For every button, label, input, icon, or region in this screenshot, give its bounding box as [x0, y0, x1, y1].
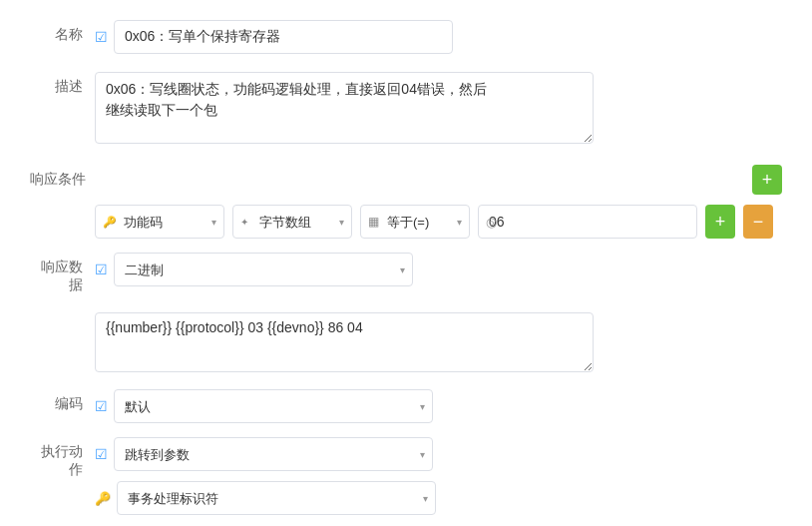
condition-row: 🔑 功能码 ▾ ✦ 字节数组 ▾ ▦ 等于(=) ▾ ◎ + — [95, 205, 782, 239]
response-data-select[interactable]: 二进制 — [114, 253, 413, 286]
encoding-select-wrapper: 默认 ▾ — [114, 389, 433, 423]
equals-select[interactable]: 等于(=) — [360, 205, 470, 239]
condition-remove-button[interactable]: − — [743, 205, 773, 239]
value-input[interactable] — [478, 205, 697, 239]
action-select[interactable]: 跳转到参数 — [114, 437, 433, 471]
condition-add-button[interactable]: + — [705, 205, 735, 239]
response-data-section: 响应数据 ☑ 二进制 ▾ {{number}} {{protocol}} 03 … — [30, 253, 782, 375]
byte-array-wrapper: ✦ 字节数组 ▾ — [232, 205, 352, 239]
response-data-prefix-icon: ☑ — [95, 262, 108, 277]
func-code-wrapper: 🔑 功能码 ▾ — [95, 205, 224, 239]
encoding-content: ☑ 默认 ▾ — [95, 389, 782, 423]
equals-wrapper: ▦ 等于(=) ▾ — [360, 205, 470, 239]
condition-add-top-button[interactable]: + — [752, 165, 782, 195]
condition-section: 响应条件 + 🔑 功能码 ▾ ✦ 字节数组 ▾ ▦ 等于(=) ▾ — [30, 165, 782, 239]
name-prefix-icon: ☑ — [95, 29, 108, 45]
condition-label: 响应条件 — [30, 171, 86, 189]
func-code-select[interactable]: 功能码 — [95, 205, 224, 239]
action-prefix-icon: ☑ — [95, 446, 108, 462]
value-input-wrapper: ◎ — [478, 205, 697, 239]
action-row: 执行动作 ☑ 跳转到参数 ▾ 🔑 事务处理标识符 ▾ — [30, 437, 782, 515]
name-input[interactable] — [114, 20, 453, 54]
response-data-content: ☑ 二进制 ▾ — [95, 253, 782, 286]
name-content: ☑ — [95, 20, 782, 54]
encoding-prefix-icon: ☑ — [95, 398, 108, 414]
desc-row: 描述 0x06：写线圈状态，功能码逻辑处理，直接返回04错误，然后 继续读取下一… — [30, 72, 782, 147]
action-label: 执行动作 — [30, 437, 95, 479]
action2-select[interactable]: 事务处理标识符 — [117, 481, 436, 515]
encoding-row: 编码 ☑ 默认 ▾ — [30, 389, 782, 423]
response-text-wrapper: {{number}} {{protocol}} 03 {{devno}} 86 … — [95, 312, 782, 375]
action-content: ☑ 跳转到参数 ▾ 🔑 事务处理标识符 ▾ — [95, 437, 782, 515]
value-prefix-icon: ◎ — [486, 215, 497, 230]
encoding-label: 编码 — [30, 389, 95, 413]
response-text-area[interactable]: {{number}} {{protocol}} 03 {{devno}} 86 … — [95, 312, 594, 372]
action2-prefix-icon: 🔑 — [95, 491, 111, 506]
condition-section-header: 响应条件 + — [30, 165, 782, 195]
desc-textarea[interactable]: 0x06：写线圈状态，功能码逻辑处理，直接返回04错误，然后 继续读取下一个包 — [95, 72, 594, 144]
response-data-select-wrapper: 二进制 ▾ — [114, 253, 413, 286]
action2-select-wrapper: 事务处理标识符 ▾ — [117, 481, 436, 515]
desc-label: 描述 — [30, 72, 95, 96]
response-data-row: 响应数据 ☑ 二进制 ▾ — [30, 253, 782, 294]
name-label: 名称 — [30, 20, 95, 44]
desc-content: 0x06：写线圈状态，功能码逻辑处理，直接返回04错误，然后 继续读取下一个包 — [95, 72, 782, 147]
response-data-label: 响应数据 — [30, 253, 95, 294]
name-row: 名称 ☑ — [30, 20, 782, 54]
action-select-wrapper: 跳转到参数 ▾ — [114, 437, 433, 471]
encoding-select[interactable]: 默认 — [114, 389, 433, 423]
byte-array-select[interactable]: 字节数组 — [232, 205, 352, 239]
